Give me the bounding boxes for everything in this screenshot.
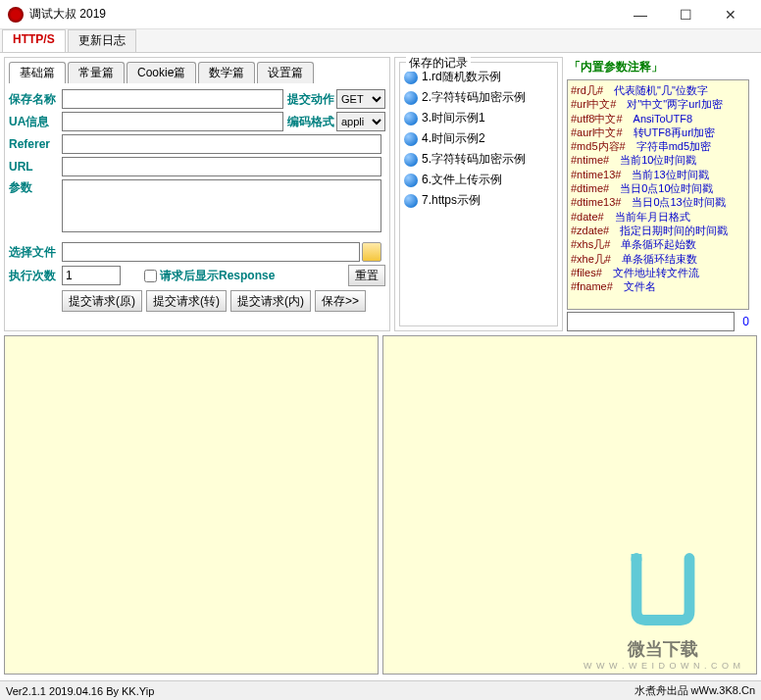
record-item-3[interactable]: 3.时间示例1 bbox=[404, 108, 553, 128]
label-save-name: 保存名称 bbox=[9, 91, 60, 108]
submit-orig-button[interactable]: 提交请求(原) bbox=[62, 290, 142, 312]
globe-icon bbox=[404, 174, 418, 187]
sub-tabs: 基础篇 常量篇 Cookie篇 数学篇 设置篇 bbox=[9, 62, 385, 83]
status-credit: 水煮舟出品 wWw.3K8.Cn bbox=[634, 683, 755, 698]
tab-https[interactable]: HTTP/S bbox=[2, 29, 66, 52]
globe-icon bbox=[404, 132, 418, 146]
input-save-name[interactable] bbox=[62, 89, 283, 109]
label-select-file: 选择文件 bbox=[9, 244, 60, 261]
browse-button[interactable] bbox=[362, 242, 381, 262]
label-show-response: 请求后显示Response bbox=[160, 268, 275, 284]
globe-icon bbox=[404, 71, 418, 84]
label-exec-count: 执行次数 bbox=[9, 268, 60, 284]
main-tabs: HTTP/S 更新日志 bbox=[0, 29, 761, 53]
record-item-4[interactable]: 4.时间示例2 bbox=[404, 128, 553, 149]
subtab-math[interactable]: 数学篇 bbox=[198, 62, 255, 83]
titlebar: 调试大叔 2019 — ☐ ✕ bbox=[0, 0, 761, 29]
label-submit-action: 提交动作 bbox=[285, 91, 334, 108]
output-right[interactable] bbox=[382, 335, 757, 675]
left-panel: 基础篇 常量篇 Cookie篇 数学篇 设置篇 保存名称 提交动作 GET UA… bbox=[4, 57, 390, 331]
globe-icon bbox=[404, 194, 418, 208]
reset-button[interactable]: 重置 bbox=[348, 265, 385, 286]
close-button[interactable]: ✕ bbox=[708, 0, 753, 29]
minimize-button[interactable]: — bbox=[618, 0, 663, 29]
input-url[interactable] bbox=[62, 157, 381, 176]
output-left[interactable] bbox=[4, 335, 379, 675]
records-panel: 保存的记录 1.rd随机数示例2.字符转码加密示例3.时间示例14.时间示例25… bbox=[394, 57, 563, 331]
record-item-6[interactable]: 6.文件上传示例 bbox=[404, 170, 553, 190]
label-referer: Referer bbox=[9, 137, 60, 151]
subtab-basic[interactable]: 基础篇 bbox=[9, 62, 66, 83]
subtab-cookie[interactable]: Cookie篇 bbox=[127, 62, 196, 83]
globe-icon bbox=[404, 91, 418, 105]
textarea-params[interactable] bbox=[62, 179, 381, 232]
label-ua: UA信息 bbox=[9, 114, 60, 130]
label-encode: 编码格式 bbox=[285, 114, 334, 130]
globe-icon bbox=[404, 153, 418, 167]
input-referer[interactable] bbox=[62, 134, 381, 154]
submit-inner-button[interactable]: 提交请求(内) bbox=[230, 290, 311, 312]
input-file-path[interactable] bbox=[62, 242, 360, 262]
label-params: 参数 bbox=[9, 179, 60, 196]
input-exec-count[interactable] bbox=[62, 266, 121, 285]
notes-panel: 「内置参数注释」 #rd几# 代表随机"几"位数字#url中文# 对"中文"两字… bbox=[567, 57, 749, 331]
window-title: 调试大叔 2019 bbox=[29, 6, 618, 23]
globe-icon bbox=[404, 112, 418, 125]
save-button[interactable]: 保存>> bbox=[315, 290, 366, 312]
app-icon bbox=[8, 7, 24, 23]
notes-box: #rd几# 代表随机"几"位数字#url中文# 对"中文"两字url加密#utf… bbox=[567, 79, 749, 310]
submit-trans-button[interactable]: 提交请求(转) bbox=[146, 290, 227, 312]
checkbox-show-response[interactable] bbox=[144, 270, 157, 282]
subtab-const[interactable]: 常量篇 bbox=[68, 62, 125, 83]
record-item-2[interactable]: 2.字符转码加密示例 bbox=[404, 87, 553, 108]
counter-input[interactable] bbox=[567, 312, 735, 331]
notes-title: 「内置参数注释」 bbox=[567, 57, 749, 77]
record-item-7[interactable]: 7.https示例 bbox=[404, 190, 553, 211]
records-title: 保存的记录 bbox=[406, 55, 471, 72]
record-item-5[interactable]: 5.字符转码加密示例 bbox=[404, 149, 553, 170]
tab-changelog[interactable]: 更新日志 bbox=[68, 29, 136, 52]
status-version: Ver2.1.1 2019.04.16 By KK.Yip bbox=[6, 685, 154, 697]
label-url: URL bbox=[9, 160, 60, 174]
status-bar: Ver2.1.1 2019.04.16 By KK.Yip 水煮舟出品 wWw.… bbox=[0, 680, 761, 700]
subtab-settings[interactable]: 设置篇 bbox=[257, 62, 314, 83]
counter-value: 0 bbox=[738, 315, 749, 328]
select-encode[interactable]: appli bbox=[336, 112, 385, 131]
input-ua[interactable] bbox=[62, 112, 283, 131]
maximize-button[interactable]: ☐ bbox=[663, 0, 708, 29]
select-method[interactable]: GET bbox=[336, 89, 385, 109]
